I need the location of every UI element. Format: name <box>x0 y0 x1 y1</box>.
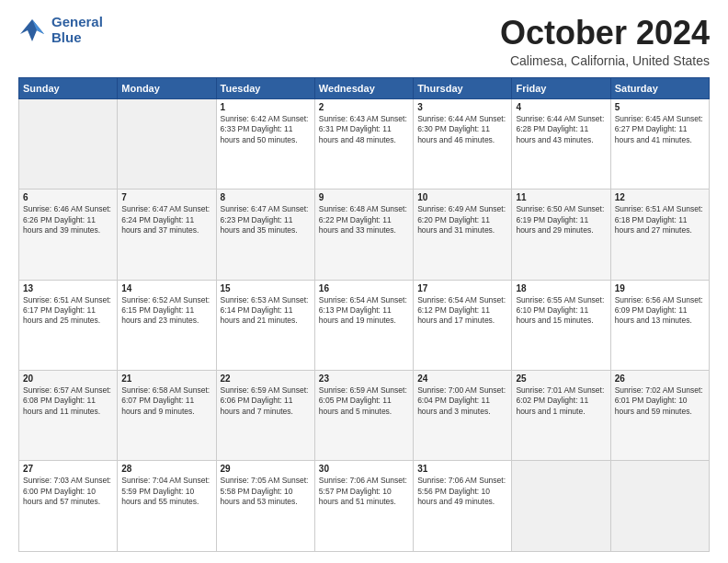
day-cell: 20Sunrise: 6:57 AM Sunset: 6:08 PM Dayli… <box>19 371 118 461</box>
day-info: Sunrise: 7:03 AM Sunset: 6:00 PM Dayligh… <box>23 476 113 507</box>
day-header-friday: Friday <box>512 77 610 98</box>
day-cell: 21Sunrise: 6:58 AM Sunset: 6:07 PM Dayli… <box>118 371 216 461</box>
day-cell: 23Sunrise: 6:59 AM Sunset: 6:05 PM Dayli… <box>314 371 413 461</box>
day-info: Sunrise: 7:04 AM Sunset: 5:59 PM Dayligh… <box>121 476 211 507</box>
day-number: 29 <box>221 464 311 474</box>
day-cell: 10Sunrise: 6:49 AM Sunset: 6:20 PM Dayli… <box>414 190 512 280</box>
day-number: 5 <box>615 102 705 112</box>
day-cell: 19Sunrise: 6:56 AM Sunset: 6:09 PM Dayli… <box>610 280 709 370</box>
week-row-3: 13Sunrise: 6:51 AM Sunset: 6:17 PM Dayli… <box>19 280 710 370</box>
day-info: Sunrise: 7:06 AM Sunset: 5:56 PM Dayligh… <box>417 476 507 507</box>
day-number: 31 <box>417 464 507 474</box>
day-number: 17 <box>417 283 507 293</box>
day-cell: 25Sunrise: 7:01 AM Sunset: 6:02 PM Dayli… <box>512 371 610 461</box>
title-block: October 2024 Calimesa, California, Unite… <box>500 15 710 68</box>
day-info: Sunrise: 6:54 AM Sunset: 6:12 PM Dayligh… <box>417 295 507 327</box>
day-number: 19 <box>615 283 705 293</box>
day-cell: 15Sunrise: 6:53 AM Sunset: 6:14 PM Dayli… <box>216 280 314 370</box>
day-info: Sunrise: 6:44 AM Sunset: 6:30 PM Dayligh… <box>417 114 507 145</box>
day-cell: 28Sunrise: 7:04 AM Sunset: 5:59 PM Dayli… <box>118 461 216 552</box>
day-info: Sunrise: 6:51 AM Sunset: 6:18 PM Dayligh… <box>615 204 705 236</box>
day-number: 27 <box>23 464 113 474</box>
day-number: 30 <box>319 464 409 474</box>
day-header-wednesday: Wednesday <box>314 77 413 98</box>
day-info: Sunrise: 6:58 AM Sunset: 6:07 PM Dayligh… <box>121 385 211 417</box>
day-cell: 30Sunrise: 7:06 AM Sunset: 5:57 PM Dayli… <box>314 461 413 552</box>
day-info: Sunrise: 6:55 AM Sunset: 6:10 PM Dayligh… <box>516 295 606 327</box>
day-header-sunday: Sunday <box>19 77 118 98</box>
day-number: 4 <box>516 102 606 112</box>
day-number: 24 <box>417 373 507 384</box>
day-number: 20 <box>23 373 113 384</box>
day-cell <box>19 98 118 189</box>
week-row-2: 6Sunrise: 6:46 AM Sunset: 6:26 PM Daylig… <box>19 190 710 280</box>
day-info: Sunrise: 6:56 AM Sunset: 6:09 PM Dayligh… <box>615 295 705 327</box>
day-header-thursday: Thursday <box>414 77 512 98</box>
day-number: 28 <box>121 464 211 474</box>
day-number: 16 <box>319 283 409 293</box>
day-cell: 6Sunrise: 6:46 AM Sunset: 6:26 PM Daylig… <box>19 190 118 280</box>
day-cell <box>512 461 610 552</box>
day-info: Sunrise: 6:45 AM Sunset: 6:27 PM Dayligh… <box>615 114 705 145</box>
day-cell: 18Sunrise: 6:55 AM Sunset: 6:10 PM Dayli… <box>512 280 610 370</box>
day-info: Sunrise: 6:47 AM Sunset: 6:23 PM Dayligh… <box>221 204 311 236</box>
day-info: Sunrise: 6:59 AM Sunset: 6:05 PM Dayligh… <box>319 385 409 417</box>
day-cell: 12Sunrise: 6:51 AM Sunset: 6:18 PM Dayli… <box>610 190 709 280</box>
day-cell: 14Sunrise: 6:52 AM Sunset: 6:15 PM Dayli… <box>118 280 216 370</box>
day-cell: 17Sunrise: 6:54 AM Sunset: 6:12 PM Dayli… <box>414 280 512 370</box>
calendar: SundayMondayTuesdayWednesdayThursdayFrid… <box>18 77 710 552</box>
day-cell: 1Sunrise: 6:42 AM Sunset: 6:33 PM Daylig… <box>216 98 314 189</box>
day-cell: 26Sunrise: 7:02 AM Sunset: 6:01 PM Dayli… <box>610 371 709 461</box>
day-number: 7 <box>121 192 211 202</box>
day-number: 8 <box>221 192 311 202</box>
day-info: Sunrise: 7:01 AM Sunset: 6:02 PM Dayligh… <box>516 385 606 417</box>
day-cell: 24Sunrise: 7:00 AM Sunset: 6:04 PM Dayli… <box>414 371 512 461</box>
day-number: 13 <box>23 283 113 293</box>
day-cell <box>610 461 709 552</box>
day-number: 10 <box>417 192 507 202</box>
day-cell: 29Sunrise: 7:05 AM Sunset: 5:58 PM Dayli… <box>216 461 314 552</box>
day-info: Sunrise: 6:44 AM Sunset: 6:28 PM Dayligh… <box>516 114 606 145</box>
day-cell: 11Sunrise: 6:50 AM Sunset: 6:19 PM Dayli… <box>512 190 610 280</box>
day-cell: 9Sunrise: 6:48 AM Sunset: 6:22 PM Daylig… <box>314 190 413 280</box>
day-info: Sunrise: 6:52 AM Sunset: 6:15 PM Dayligh… <box>121 295 211 327</box>
day-number: 6 <box>23 192 113 202</box>
day-header-saturday: Saturday <box>610 77 709 98</box>
day-info: Sunrise: 6:49 AM Sunset: 6:20 PM Dayligh… <box>417 204 507 236</box>
day-number: 3 <box>417 102 507 112</box>
week-row-5: 27Sunrise: 7:03 AM Sunset: 6:00 PM Dayli… <box>19 461 710 552</box>
day-cell: 8Sunrise: 6:47 AM Sunset: 6:23 PM Daylig… <box>216 190 314 280</box>
day-cell <box>118 98 216 189</box>
day-number: 11 <box>516 192 606 202</box>
day-info: Sunrise: 6:59 AM Sunset: 6:06 PM Dayligh… <box>221 385 311 417</box>
day-number: 1 <box>221 102 311 112</box>
day-number: 23 <box>319 373 409 384</box>
day-number: 18 <box>516 283 606 293</box>
week-row-4: 20Sunrise: 6:57 AM Sunset: 6:08 PM Dayli… <box>19 371 710 461</box>
day-number: 22 <box>221 373 311 384</box>
day-info: Sunrise: 6:48 AM Sunset: 6:22 PM Dayligh… <box>319 204 409 236</box>
day-cell: 3Sunrise: 6:44 AM Sunset: 6:30 PM Daylig… <box>414 98 512 189</box>
logo: General Blue <box>18 15 103 45</box>
day-cell: 13Sunrise: 6:51 AM Sunset: 6:17 PM Dayli… <box>19 280 118 370</box>
day-info: Sunrise: 6:50 AM Sunset: 6:19 PM Dayligh… <box>516 204 606 236</box>
day-number: 15 <box>221 283 311 293</box>
header: General Blue October 2024 Calimesa, Cali… <box>18 15 710 68</box>
main-title: October 2024 <box>500 15 710 52</box>
day-number: 12 <box>615 192 705 202</box>
day-info: Sunrise: 6:47 AM Sunset: 6:24 PM Dayligh… <box>121 204 211 236</box>
day-number: 9 <box>319 192 409 202</box>
day-cell: 16Sunrise: 6:54 AM Sunset: 6:13 PM Dayli… <box>314 280 413 370</box>
day-info: Sunrise: 6:54 AM Sunset: 6:13 PM Dayligh… <box>319 295 409 327</box>
day-cell: 2Sunrise: 6:43 AM Sunset: 6:31 PM Daylig… <box>314 98 413 189</box>
day-number: 2 <box>319 102 409 112</box>
day-header-monday: Monday <box>118 77 216 98</box>
day-info: Sunrise: 7:06 AM Sunset: 5:57 PM Dayligh… <box>319 476 409 507</box>
day-number: 14 <box>121 283 211 293</box>
logo-icon <box>18 17 46 43</box>
day-info: Sunrise: 7:00 AM Sunset: 6:04 PM Dayligh… <box>417 385 507 417</box>
day-info: Sunrise: 7:05 AM Sunset: 5:58 PM Dayligh… <box>221 476 311 507</box>
day-cell: 31Sunrise: 7:06 AM Sunset: 5:56 PM Dayli… <box>414 461 512 552</box>
day-header-tuesday: Tuesday <box>216 77 314 98</box>
day-info: Sunrise: 6:57 AM Sunset: 6:08 PM Dayligh… <box>23 385 113 417</box>
